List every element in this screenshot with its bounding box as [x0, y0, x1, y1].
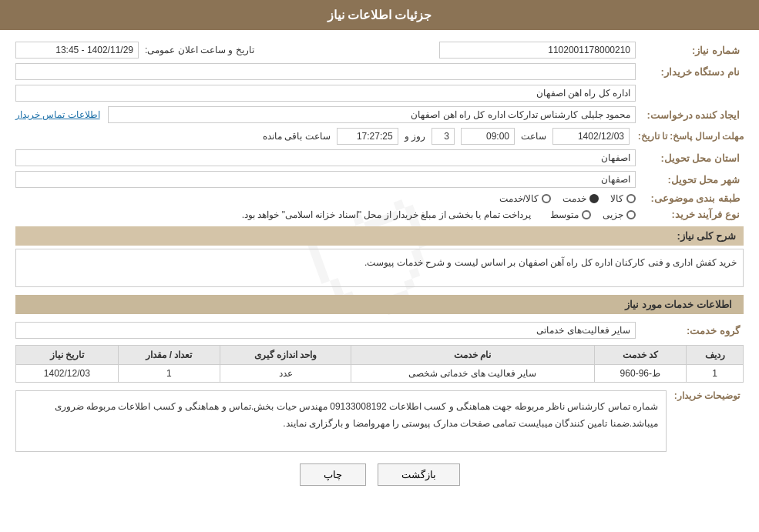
col-kodKhadamat: کد خدمت: [594, 346, 686, 365]
kalaKhadamat-radio[interactable]: [542, 194, 551, 203]
col-namKhadamat: نام خدمت: [351, 346, 595, 365]
tarihVaSaatAelan-label: تاریخ و ساعت اعلان عمومی:: [145, 45, 254, 55]
col-vahedAndazegiri: واحد اندازه گیری: [220, 346, 351, 365]
tarihVaSaatAelan-value: 1402/11/29 - 13:45: [15, 42, 139, 59]
shahr-value: اصفهان: [15, 171, 636, 188]
ostan-value: اصفهان: [15, 149, 636, 166]
shahr-row: شهر محل تحویل: اصفهان: [15, 171, 744, 188]
edareKol-row: اداره کل راه اهن اصفهان: [15, 85, 744, 102]
tosihaat-value: شماره تماس کارشناس ناظر مربوطه جهت هماهن…: [15, 390, 667, 452]
tabaghe-label: طبقه بندی موضوعی:: [636, 192, 744, 204]
shomareNiaz-value: 1102001178000210: [439, 42, 636, 59]
cell-kodKhadamat: ط-96-960: [594, 365, 686, 383]
col-tedad: تعداد / مقدار: [118, 346, 220, 365]
kala-option[interactable]: کالا: [610, 193, 636, 204]
khadamat-label: خدمت: [563, 193, 586, 204]
tarikh-value: 1402/12/03: [552, 128, 630, 145]
contactInfo-link[interactable]: اطلاعات تماس خریدار: [15, 109, 100, 120]
ostan-row: استان محل تحویل: اصفهان: [15, 149, 744, 166]
mohlatErsalPasokh-label: مهلت ارسال پاسخ: تا تاریخ:: [636, 131, 744, 142]
info-khadamat-title: اطلاعات خدمات مورد نیاز: [15, 295, 744, 314]
saatBaghimande-value: 17:27:25: [337, 128, 398, 145]
jozii-label: جزیی: [603, 209, 623, 220]
jozii-option[interactable]: جزیی: [603, 209, 636, 220]
mottavasset-option[interactable]: متوسط: [550, 209, 591, 220]
groheKhadamat-label: گروه خدمت:: [636, 325, 744, 336]
ostan-label: استان محل تحویل:: [636, 152, 744, 164]
col-tarikhNiaz: تاریخ نیاز: [16, 346, 119, 365]
noeFarayand-note: پرداخت تمام یا بخشی از مبلغ خریدار از مح…: [242, 209, 531, 220]
sharhKolli-label: شرح کلی نیاز:: [677, 230, 736, 242]
shahr-label: شهر محل تحویل:: [636, 174, 744, 186]
tabaghe-radio-group: کالا خدمت کالا/خدمت: [499, 193, 636, 204]
ijadKonande-row: ایجاد کننده درخواست: محمود جلیلی کارشناس…: [15, 106, 744, 123]
tabaghe-row: طبقه بندی موضوعی: کالا خدمت کالا/خدمت: [15, 192, 744, 204]
cell-radif: 1: [687, 365, 744, 383]
mottavasset-radio[interactable]: [582, 210, 591, 219]
tosihaat-label: توضیحات خریدار:: [667, 390, 744, 401]
namDastgah-value: [15, 63, 636, 80]
kala-label: کالا: [610, 193, 623, 204]
groheKhadamat-row: گروه خدمت: سایر فعالیت‌های خدماتی: [15, 322, 744, 339]
saat-value: 09:00: [461, 128, 515, 145]
services-table: ردیف کد خدمت نام خدمت واحد اندازه گیری ت…: [15, 345, 744, 383]
cell-vahedAndazegiri: عدد: [220, 365, 351, 383]
cell-namKhadamat: سایر فعالیت های خدماتی شخصی: [351, 365, 595, 383]
sharhKolli-section-title: شرح کلی نیاز:: [15, 226, 744, 246]
cell-tedad_meghdad: 1: [118, 365, 220, 383]
ijadKonande-value: محمود جلیلی کارشناس تدارکات اداره کل راه…: [108, 106, 636, 123]
groheKhadamat-value: سایر فعالیت‌های خدماتی: [15, 322, 636, 339]
noeFarayand-label: نوع فرآیند خرید:: [636, 209, 744, 220]
edareKol-value: اداره کل راه اهن اصفهان: [15, 85, 636, 102]
kalaKhadamat-label: کالا/خدمت: [499, 193, 539, 204]
sharhKolli-value: خرید کفش اداری و فنی کارکنان اداره کل را…: [15, 249, 744, 287]
shomareNiaz-label: شماره نیاز:: [636, 45, 744, 56]
bazgasht-button[interactable]: بازگشت: [378, 463, 460, 486]
cell-tarikhNiaz: 1402/12/03: [16, 365, 119, 383]
roz-value: 3: [432, 128, 455, 145]
mohlatErsalPasokh-row: مهلت ارسال پاسخ: تا تاریخ: 1402/12/03 سا…: [15, 128, 744, 145]
namDastgah-row: نام دستگاه خریدار:: [15, 63, 744, 80]
table-row: 1ط-96-960سایر فعالیت های خدماتی شخصیعدد1…: [16, 365, 744, 383]
shomareNiaz-row: شماره نیاز: 1102001178000210 تاریخ و ساع…: [15, 42, 744, 59]
buttons-row: بازگشت چاپ: [15, 463, 744, 501]
kala-radio[interactable]: [626, 194, 636, 203]
sharhKolli-row: شرح کلی نیاز: خرید کفش اداری و فنی کارکن…: [15, 226, 744, 287]
khadamat-option[interactable]: خدمت: [563, 193, 599, 204]
saatBaghimande-label: ساعت باقی مانده: [263, 131, 331, 142]
noeFarayand-radio-group: جزیی متوسط پرداخت تمام یا بخشی از مبلغ خ…: [242, 209, 636, 220]
saat-label: ساعت: [521, 131, 546, 142]
kalaKhadamat-option[interactable]: کالا/خدمت: [499, 193, 551, 204]
roz-label: روز و: [405, 131, 425, 142]
ijadKonande-label: ایجاد کننده درخواست:: [636, 109, 744, 121]
tosihaat-row: توضیحات خریدار: شماره تماس کارشناس ناظر …: [15, 390, 744, 452]
col-radif: ردیف: [687, 346, 744, 365]
mottavasset-label: متوسط: [550, 209, 579, 220]
namDastgah-label: نام دستگاه خریدار:: [636, 66, 744, 78]
page-title: جزئیات اطلاعات نیاز: [327, 8, 432, 22]
khadamat-radio[interactable]: [589, 194, 599, 203]
jozii-radio[interactable]: [626, 210, 636, 219]
page-header: جزئیات اطلاعات نیاز: [0, 0, 759, 30]
info-khadamat-section: اطلاعات خدمات مورد نیاز گروه خدمت: سایر …: [15, 295, 744, 383]
chap-button[interactable]: چاپ: [300, 463, 366, 486]
noeFarayand-row: نوع فرآیند خرید: جزیی متوسط پرداخت تمام …: [15, 209, 744, 220]
